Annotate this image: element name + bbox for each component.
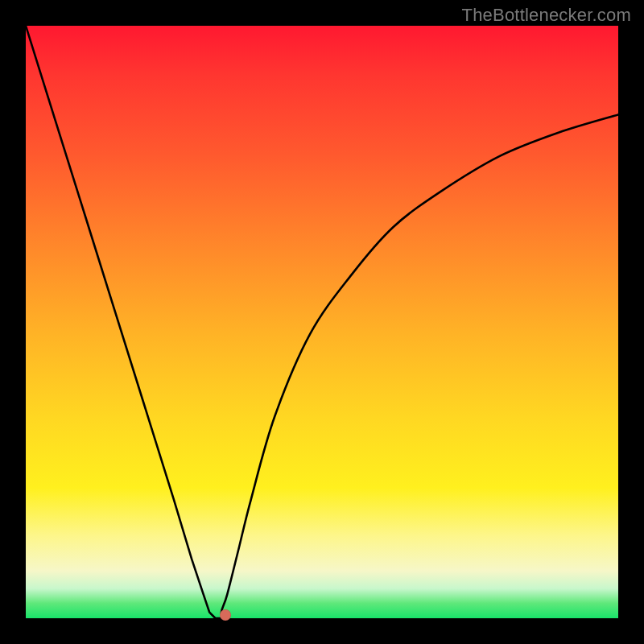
chart-frame: TheBottlenecker.com <box>0 0 644 644</box>
optimal-point-marker <box>220 609 231 621</box>
plot-area <box>26 26 618 618</box>
bottleneck-curve <box>26 26 618 618</box>
watermark-text: TheBottlenecker.com <box>462 5 631 26</box>
